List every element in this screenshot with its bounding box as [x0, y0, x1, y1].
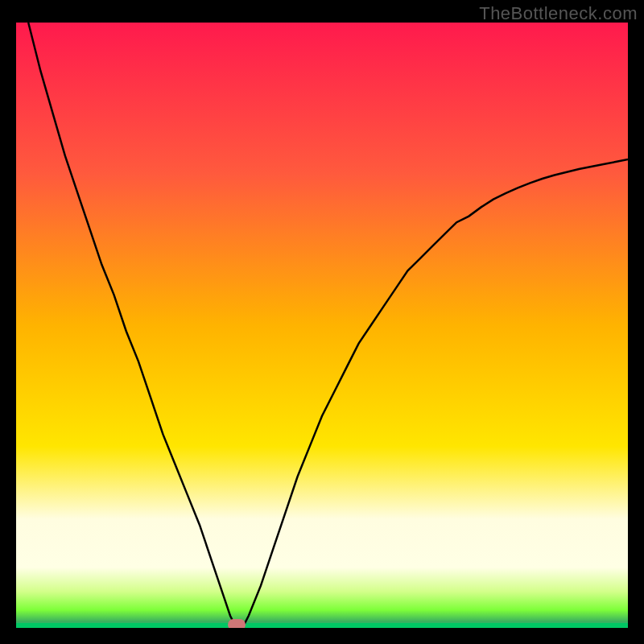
minimum-marker: [228, 619, 246, 628]
plot-area: [16, 23, 628, 628]
chart-frame: TheBottleneck.com: [0, 0, 644, 644]
curve-layer: [16, 23, 628, 628]
attribution-text: TheBottleneck.com: [479, 3, 638, 24]
bottleneck-curve: [28, 23, 628, 628]
